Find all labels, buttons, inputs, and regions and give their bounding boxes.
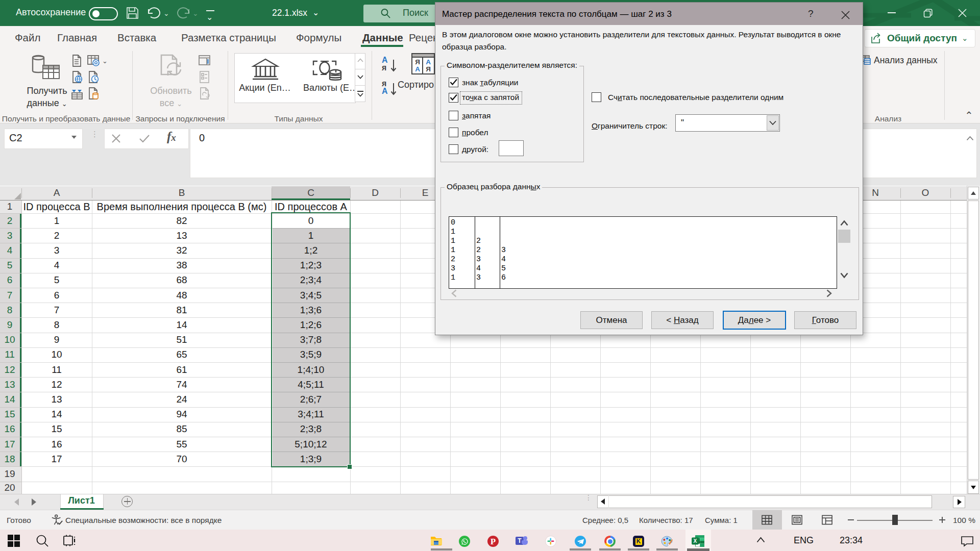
svg-text:X: X [694,538,697,544]
